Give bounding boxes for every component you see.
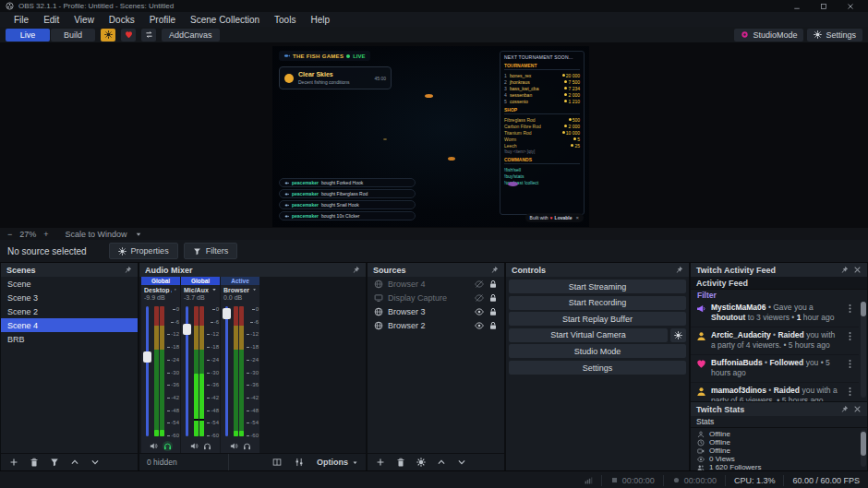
lock-icon[interactable]: [488, 293, 498, 303]
source-item-browser-4[interactable]: Browser 4: [368, 277, 504, 291]
menu-item-profile[interactable]: Profile: [143, 15, 182, 25]
pin-icon[interactable]: [840, 266, 849, 274]
scene-item-brb[interactable]: BRB: [1, 332, 138, 346]
scene-item-scene-4[interactable]: Scene 4: [1, 318, 138, 332]
menu-item-edit[interactable]: Edit: [37, 15, 66, 25]
canvas-tab-live[interactable]: Live: [6, 29, 50, 42]
eye-slash-icon[interactable]: [475, 293, 484, 303]
source-item-display-capture[interactable]: Display Capture: [368, 291, 504, 304]
kebab-menu-icon[interactable]: [845, 387, 855, 397]
scene-item-scene[interactable]: Scene: [1, 277, 138, 291]
menu-item-scene-collection[interactable]: Scene Collection: [184, 15, 266, 25]
scene-item-scene-3[interactable]: Scene 3: [1, 291, 138, 304]
volume-fader[interactable]: [225, 306, 228, 436]
channel-name-select[interactable]: Mic/Aux: [181, 285, 220, 294]
menu-item-help[interactable]: Help: [304, 15, 336, 25]
activity-username[interactable]: Arctic_Audacity: [711, 330, 771, 339]
studio-mode-button[interactable]: StudioMode: [734, 29, 803, 42]
pin-icon[interactable]: [352, 266, 360, 274]
canvas-tab-build[interactable]: Build: [51, 29, 95, 42]
mute-button[interactable]: [230, 442, 238, 450]
swap-button[interactable]: [141, 29, 156, 42]
menu-item-docks[interactable]: Docks: [102, 15, 141, 25]
activity-scrollbar[interactable]: [861, 302, 866, 398]
activity-item[interactable]: MysticMaMa06 • Gave you a Shoutout to 3 …: [691, 300, 859, 327]
close-icon[interactable]: ×: [575, 215, 579, 220]
minimize-icon[interactable]: [793, 3, 801, 10]
plus-button[interactable]: [376, 458, 385, 467]
start-recording-button[interactable]: Start Recording: [509, 296, 686, 310]
chevron-down-button[interactable]: [90, 458, 100, 467]
lock-icon[interactable]: [488, 280, 498, 289]
pin-icon[interactable]: [675, 266, 683, 274]
settings-button[interactable]: Settings: [807, 29, 862, 42]
menu-item-file[interactable]: File: [7, 15, 35, 25]
mute-button[interactable]: [150, 442, 158, 450]
lock-icon[interactable]: [488, 307, 498, 316]
kebab-menu-icon[interactable]: [845, 359, 855, 369]
layout-icon[interactable]: [272, 458, 282, 467]
pin-icon[interactable]: [124, 266, 132, 274]
close-icon[interactable]: [847, 3, 854, 10]
scene-item-scene-2[interactable]: Scene 2: [1, 304, 138, 318]
plus-button[interactable]: [9, 458, 18, 467]
monitor-audio-button[interactable]: [163, 441, 173, 451]
virtual-camera-config-button[interactable]: [670, 328, 686, 342]
start-streaming-button[interactable]: Start Streaming: [509, 280, 686, 293]
activity-item[interactable]: BuffoniaBuds • Followed you • 5 hours ag…: [691, 355, 859, 383]
maximize-icon[interactable]: [820, 3, 827, 10]
pin-icon[interactable]: [490, 266, 499, 274]
trash-button[interactable]: [396, 458, 405, 467]
properties-button[interactable]: Properties: [109, 243, 178, 259]
filter-button[interactable]: [50, 458, 59, 467]
eye-icon[interactable]: [475, 321, 484, 330]
chevron-up-button[interactable]: [437, 458, 446, 467]
scene-canvas[interactable]: THE FISH GAMES LIVE Clear Skies Decent f…: [272, 46, 589, 227]
support-heart-button[interactable]: [121, 29, 136, 42]
lock-icon[interactable]: [488, 321, 498, 330]
activity-header[interactable]: Twitch Activity Feed: [691, 263, 867, 277]
mixer-header[interactable]: Audio Mixer: [139, 263, 366, 277]
zoom-in-button[interactable]: +: [43, 230, 48, 239]
options-button[interactable]: Options: [317, 458, 358, 467]
settings-button[interactable]: Settings: [509, 361, 686, 375]
monitor-audio-button[interactable]: [243, 442, 251, 450]
activity-username[interactable]: mamaof3dinos: [711, 386, 766, 395]
start-virtual-camera-button[interactable]: Start Virtual Camera: [509, 328, 668, 342]
trash-button[interactable]: [30, 458, 39, 467]
gear-button[interactable]: [416, 458, 426, 467]
volume-fader[interactable]: [146, 306, 149, 436]
canvas-gear-button[interactable]: [101, 29, 115, 42]
fader-handle[interactable]: [183, 324, 191, 335]
chevron-down-button[interactable]: [457, 458, 466, 467]
add-canvas-button[interactable]: AddCanvas: [162, 29, 220, 42]
close-icon[interactable]: [853, 266, 862, 274]
pin-icon[interactable]: [840, 405, 849, 413]
start-replay-buffer-button[interactable]: Start Replay Buffer: [509, 312, 686, 326]
kebab-menu-icon[interactable]: [845, 331, 855, 341]
filters-button[interactable]: Filters: [184, 243, 238, 259]
chevron-up-button[interactable]: [70, 458, 79, 467]
menu-item-tools[interactable]: Tools: [268, 15, 302, 25]
fader-handle[interactable]: [143, 351, 151, 363]
mute-button[interactable]: [190, 442, 199, 450]
chevron-down-icon[interactable]: [135, 231, 142, 238]
fader-handle[interactable]: [223, 308, 231, 319]
channel-name-select[interactable]: Desktop Audio: [141, 285, 180, 294]
close-icon[interactable]: [853, 405, 862, 413]
zoom-out-button[interactable]: −: [7, 230, 12, 239]
source-item-browser-3[interactable]: Browser 3: [368, 304, 504, 318]
controls-header[interactable]: Controls: [506, 263, 689, 277]
scenes-header[interactable]: Scenes: [1, 263, 138, 277]
activity-username[interactable]: BuffoniaBuds: [711, 358, 763, 367]
activity-username[interactable]: MysticMaMa06: [711, 303, 766, 312]
eye-icon[interactable]: [475, 307, 484, 316]
eye-slash-icon[interactable]: [475, 280, 484, 289]
sliders-icon[interactable]: [295, 458, 304, 467]
kebab-menu-icon[interactable]: [845, 304, 855, 314]
activity-item[interactable]: Arctic_Audacity • Raided you with a part…: [691, 327, 859, 355]
lovable-badge[interactable]: Built with ♥ Lovable ×: [525, 213, 584, 222]
stats-header[interactable]: Twitch Stats: [691, 402, 867, 416]
stats-scrollbar[interactable]: [861, 430, 866, 467]
menu-item-view[interactable]: View: [67, 15, 101, 25]
